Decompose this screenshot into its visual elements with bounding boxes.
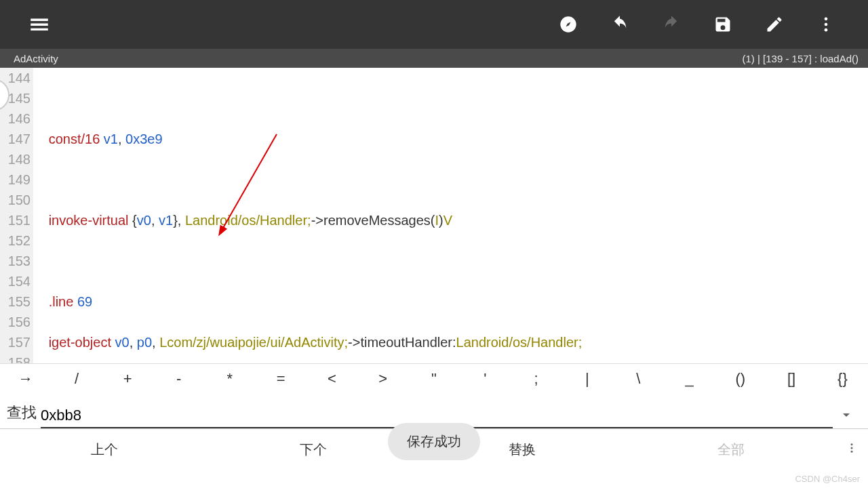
- symbol-key[interactable]: =: [255, 364, 306, 394]
- redo-icon: [658, 11, 685, 38]
- line-number: 150: [0, 190, 31, 210]
- more-vert-icon[interactable]: [812, 11, 840, 38]
- prev-button[interactable]: 上个: [0, 441, 209, 459]
- main-toolbar: [0, 0, 868, 49]
- code-area[interactable]: const/16 v1, 0x3e9 invoke-virtual {v0, v…: [33, 68, 868, 363]
- code-editor[interactable]: 1441451461471481491501511521531541551561…: [0, 68, 868, 363]
- line-number: 157: [0, 332, 31, 352]
- symbol-key[interactable]: []: [766, 364, 816, 394]
- symbol-key[interactable]: {}: [817, 364, 868, 394]
- line-number: 158: [0, 352, 31, 363]
- line-number: 149: [0, 169, 31, 190]
- status-filename: AdActivity: [14, 53, 58, 64]
- compass-icon[interactable]: [555, 11, 582, 38]
- line-number: 153: [0, 251, 31, 271]
- status-position: (1) | [139 - 157] : loadAd(): [743, 53, 859, 64]
- line-number: 154: [0, 271, 31, 291]
- undo-icon[interactable]: [606, 11, 633, 38]
- all-button: 全部: [627, 441, 835, 459]
- symbol-key[interactable]: ;: [511, 364, 561, 394]
- line-number: 151: [0, 210, 31, 230]
- symbol-key[interactable]: _: [664, 364, 715, 394]
- symbol-key[interactable]: ": [408, 364, 459, 394]
- line-number: 146: [0, 108, 31, 129]
- symbol-key[interactable]: →: [0, 364, 51, 394]
- symbol-key[interactable]: \: [613, 364, 664, 394]
- watermark: CSDN @Ch4ser: [795, 474, 860, 484]
- line-number: 147: [0, 129, 31, 149]
- symbol-key[interactable]: >: [357, 364, 408, 394]
- next-button[interactable]: 下个: [209, 441, 418, 459]
- save-icon[interactable]: [709, 11, 736, 38]
- symbol-key[interactable]: (): [715, 364, 766, 394]
- line-number: 152: [0, 230, 31, 251]
- svg-point-1: [825, 18, 828, 21]
- symbol-key[interactable]: *: [204, 364, 255, 394]
- svg-point-5: [851, 447, 853, 449]
- svg-point-3: [825, 28, 828, 32]
- symbol-key[interactable]: /: [51, 364, 102, 394]
- line-gutter: 1441451461471481491501511521531541551561…: [0, 68, 33, 363]
- symbol-key[interactable]: |: [561, 364, 612, 394]
- symbol-key[interactable]: -: [153, 364, 204, 394]
- nav-more-icon[interactable]: [835, 442, 868, 457]
- symbol-key[interactable]: <: [307, 364, 357, 394]
- symbol-row: →/+-*=<>"';|\_()[]{}: [0, 363, 868, 394]
- find-label: 查找: [7, 403, 37, 428]
- svg-point-6: [851, 451, 853, 453]
- edit-icon[interactable]: [761, 11, 788, 38]
- svg-point-2: [825, 23, 828, 26]
- dropdown-icon[interactable]: [838, 407, 854, 423]
- symbol-key[interactable]: +: [102, 364, 153, 394]
- line-number: 156: [0, 312, 31, 332]
- toast: 保存成功: [388, 423, 480, 460]
- line-number: 155: [0, 291, 31, 312]
- menu-icon[interactable]: [26, 11, 53, 38]
- line-number: 148: [0, 149, 31, 169]
- symbol-key[interactable]: ': [460, 364, 511, 394]
- status-bar: AdActivity (1) | [139 - 157] : loadAd(): [0, 49, 868, 68]
- svg-point-4: [851, 443, 853, 445]
